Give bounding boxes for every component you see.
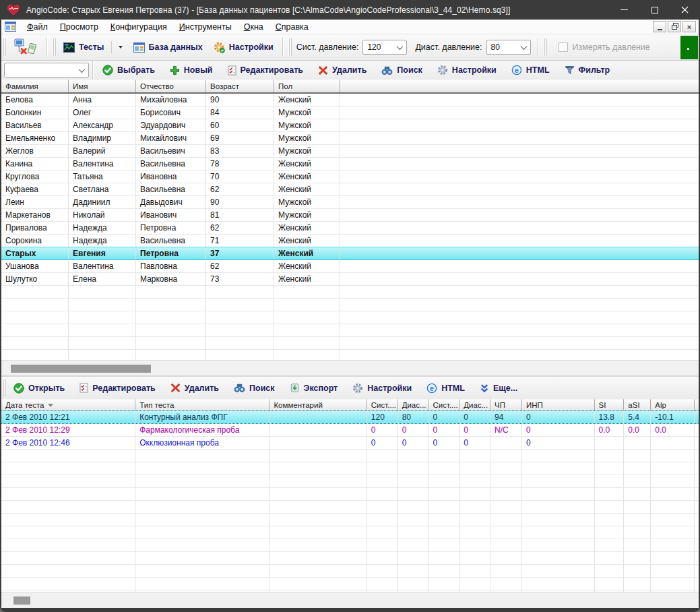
column-header[interactable]: Сист....: [367, 399, 398, 410]
minimize-button[interactable]: [609, 0, 639, 20]
settings-button[interactable]: Настройки: [208, 39, 279, 56]
measure-pressure-checkbox[interactable]: Измерять давление: [559, 42, 650, 52]
patient-filter-combobox[interactable]: [4, 63, 89, 78]
patient-row[interactable]: БеловаАннаМихайловна90Женский: [1, 94, 699, 106]
column-header[interactable]: ИНП: [522, 399, 595, 410]
maximize-button[interactable]: [639, 0, 670, 20]
test-row-empty[interactable]: [1, 578, 699, 590]
minimize-icon: [621, 9, 628, 10]
new-button[interactable]: Новый: [164, 63, 218, 78]
plus-icon: [170, 65, 180, 75]
test-row-empty[interactable]: [1, 526, 699, 539]
filter-button[interactable]: Фильтр: [559, 63, 616, 78]
column-header[interactable]: Имя: [69, 80, 136, 92]
patient-row[interactable]: ЛеинДадиниилДавыдович90Мужской: [1, 196, 699, 209]
patient-row[interactable]: БолонкинОлегБорисович84Мужской: [1, 106, 699, 119]
column-header[interactable]: Комментарий: [269, 399, 367, 410]
patient-row-empty[interactable]: [1, 299, 699, 311]
mdi-restore-button[interactable]: [668, 21, 681, 32]
patient-row[interactable]: ШулуткоЕленаМарковна73Женский: [1, 273, 699, 286]
search-button[interactable]: Поиск: [228, 380, 280, 396]
menu-item-4[interactable]: Окна: [238, 21, 269, 33]
patient-row-empty[interactable]: [1, 324, 699, 337]
toolbar-separator: [282, 38, 284, 57]
test-row-empty[interactable]: [1, 501, 699, 514]
edit-button[interactable]: Редактировать: [74, 380, 160, 396]
scrollbar-thumb[interactable]: [13, 596, 30, 605]
test-row[interactable]: 2 Фев 2010 12:29Фармакологическая проба0…: [1, 424, 699, 437]
menu-item-0[interactable]: Файл: [21, 21, 54, 33]
test-row-empty[interactable]: [1, 565, 699, 578]
patient-row[interactable]: СтарыхЕвгенияПетровна37Женский: [1, 247, 699, 260]
check-circle-icon: [13, 383, 24, 394]
scrollbar-thumb[interactable]: [11, 365, 151, 373]
test-row-empty[interactable]: [1, 462, 699, 475]
test-row-empty[interactable]: [1, 539, 699, 552]
patient-row-empty[interactable]: [1, 286, 699, 299]
select-button[interactable]: Выбрать: [97, 62, 160, 78]
patient-row[interactable]: ЖегловВалерийВасильевич83Мужской: [1, 145, 699, 158]
column-header[interactable]: Alp: [651, 399, 695, 410]
export-button[interactable]: Экспорт: [284, 380, 344, 396]
mdi-minimize-button[interactable]: [653, 21, 666, 32]
column-header[interactable]: Возраст: [206, 80, 274, 92]
test-row[interactable]: 2 Фев 2010 12:46Окклюзионная проба00000: [1, 437, 699, 450]
menu-item-5[interactable]: Справка: [269, 21, 315, 33]
test-row-empty[interactable]: [1, 488, 699, 501]
device-disconnected-icon[interactable]: [13, 38, 38, 57]
settings-button[interactable]: Настройки: [432, 62, 502, 78]
sys-pressure-combobox[interactable]: 120: [362, 40, 407, 55]
patient-row[interactable]: ЕмельяненкоВладимирМихайлович69Мужской: [1, 132, 699, 145]
column-header[interactable]: Диас...: [398, 399, 429, 410]
column-header[interactable]: Тип теста: [135, 399, 269, 410]
patient-row[interactable]: МаркетановНиколайИванович81Мужской: [1, 209, 699, 222]
column-header[interactable]: Фамилия: [1, 80, 69, 92]
delete-button[interactable]: Удалить: [313, 63, 372, 78]
horizontal-scrollbar[interactable]: [1, 360, 699, 376]
menu-item-2[interactable]: Конфигурация: [104, 21, 173, 33]
column-header[interactable]: Отчество: [136, 80, 206, 92]
column-header[interactable]: Пол: [274, 80, 340, 92]
tests-icon: [63, 42, 75, 53]
edit-button[interactable]: Редактировать: [222, 63, 309, 78]
dia-pressure-combobox[interactable]: 80: [486, 40, 531, 55]
column-header[interactable]: Диас...: [459, 399, 490, 410]
patient-row-empty[interactable]: [1, 311, 699, 324]
patient-row[interactable]: ПриваловаНадеждаПетровна62Женский: [1, 222, 699, 235]
column-header[interactable]: Сист....: [428, 399, 459, 410]
edit-icon: [228, 65, 236, 75]
search-button[interactable]: Поиск: [376, 63, 428, 78]
patient-row-empty[interactable]: [1, 337, 699, 350]
html-button[interactable]: eHTML: [506, 62, 555, 78]
patient-row[interactable]: КанинаВалентинаВасильевна78Женский: [1, 158, 699, 171]
tests-button[interactable]: Тесты: [58, 38, 128, 56]
menu-item-3[interactable]: Инструменты: [173, 21, 238, 33]
close-button[interactable]: [670, 0, 700, 20]
patient-row[interactable]: СорокинаНадеждаВасильевна71Женский: [1, 235, 699, 247]
more-button[interactable]: Еще...: [474, 381, 523, 396]
test-row-empty[interactable]: [1, 450, 699, 462]
column-header[interactable]: aSI: [624, 399, 651, 410]
bottom-horizontal-scrollbar[interactable]: [1, 592, 699, 608]
column-header[interactable]: Дата теста: [1, 399, 135, 410]
patient-row-empty[interactable]: [1, 350, 699, 360]
sort-descending-icon: [48, 404, 53, 407]
database-button[interactable]: База данных: [128, 40, 208, 55]
test-row-empty[interactable]: [1, 514, 699, 526]
patient-row[interactable]: УшановаВалентинаПавловна62Женский: [1, 260, 699, 273]
mdi-close-button[interactable]: ×: [682, 21, 696, 32]
delete-button[interactable]: Удалить: [165, 380, 224, 396]
settings-button[interactable]: Настройки: [347, 380, 417, 396]
column-header[interactable]: ЧП: [490, 399, 522, 410]
menu-item-1[interactable]: Просмотр: [54, 21, 104, 33]
patient-row[interactable]: ВасильевАлександрЭдуардович60Мужской: [1, 119, 699, 132]
test-row[interactable]: 2 Фев 2010 12:21Контурный анализ ФПГ1208…: [1, 410, 699, 424]
chevron-down-icon[interactable]: [119, 46, 123, 49]
open-button[interactable]: Открыть: [8, 380, 70, 396]
test-row-empty[interactable]: [1, 552, 699, 565]
column-header[interactable]: SI: [595, 399, 625, 410]
patient-row[interactable]: КуфаеваСветланаВасильевна62Женский: [1, 183, 699, 196]
test-row-empty[interactable]: [1, 475, 699, 488]
patient-row[interactable]: КругловаТатьянаИвановна70Женский: [1, 171, 699, 183]
html-button[interactable]: eHTML: [421, 380, 470, 396]
